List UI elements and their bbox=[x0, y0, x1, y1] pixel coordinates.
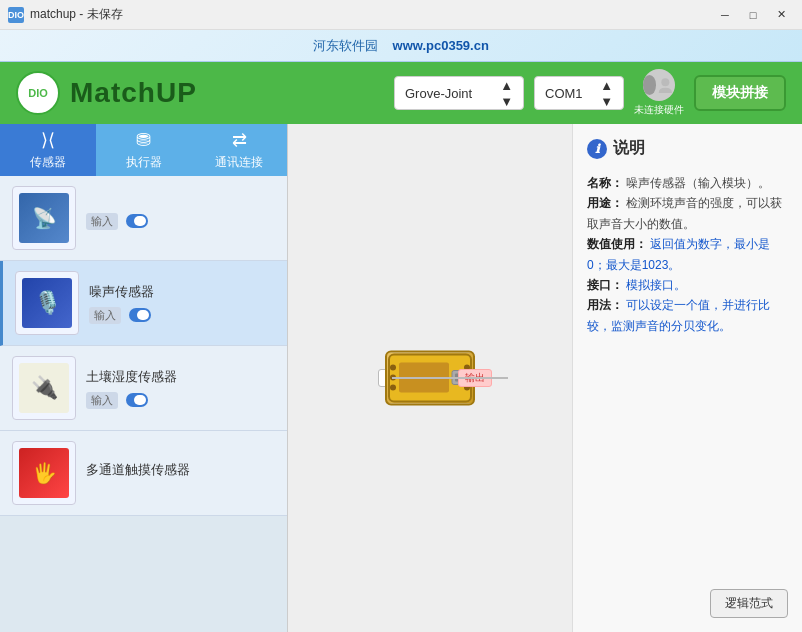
purpose-label: 用途： bbox=[587, 196, 623, 210]
device-arrows-icon: ▲▼ bbox=[500, 78, 513, 109]
watermark-text: 河东软件园 www.pc0359.cn bbox=[313, 37, 489, 55]
input-tag: 输入 bbox=[86, 213, 118, 230]
header-controls: Grove-Joint ▲▼ COM1 ▲▼ 未连接硬件 模块拼接 bbox=[394, 69, 786, 117]
component-thumb bbox=[12, 356, 76, 420]
connection-line-right bbox=[392, 377, 452, 379]
sensor-tab-icon: ⟩⟨ bbox=[41, 129, 55, 151]
watermark-site: www.pc0359.cn bbox=[393, 38, 489, 53]
list-item[interactable]: 噪声传感器 输入 bbox=[0, 261, 287, 346]
component-list: 输入 噪声传感器 输入 bbox=[0, 176, 287, 632]
component-name: 多通道触摸传感器 bbox=[86, 461, 275, 479]
com-dropdown[interactable]: COM1 ▲▼ bbox=[534, 76, 624, 110]
data-label: 数值使用： bbox=[587, 237, 647, 251]
info-icon: ℹ bbox=[587, 139, 607, 159]
left-panel: ⟩⟨ 传感器 ⛃ 执行器 ⇄ 通讯连接 输入 bbox=[0, 124, 288, 632]
component-thumb bbox=[12, 186, 76, 250]
name-label: 名称： bbox=[587, 176, 623, 190]
noise-thumb-image bbox=[22, 278, 72, 328]
component-meta: 输入 bbox=[89, 307, 275, 324]
component-info: 土壤湿度传感器 输入 bbox=[86, 368, 275, 409]
canvas-area[interactable]: 输入 bbox=[288, 124, 572, 632]
connect-avatar bbox=[643, 69, 675, 101]
list-item[interactable]: 多通道触摸传感器 bbox=[0, 431, 287, 516]
logic-button[interactable]: 逻辑范式 bbox=[710, 589, 788, 618]
svg-point-0 bbox=[662, 78, 670, 86]
prev-thumb-image bbox=[19, 193, 69, 243]
logo-text: MatchUP bbox=[70, 77, 197, 109]
com-value: COM1 bbox=[545, 86, 592, 101]
list-item[interactable]: 输入 bbox=[0, 176, 287, 261]
touch-thumb-image bbox=[19, 448, 69, 498]
title-bar: DIO matchup - 未保存 ─ □ ✕ bbox=[0, 0, 802, 30]
component-name: 噪声传感器 bbox=[89, 283, 275, 301]
name-value: 噪声传感器（输入模块）。 bbox=[626, 176, 770, 190]
actuator-tab-icon: ⛃ bbox=[136, 129, 151, 151]
info-title-area: ℹ 说明 bbox=[587, 138, 788, 159]
input-tag: 输入 bbox=[86, 392, 118, 409]
component-meta: 输入 bbox=[86, 392, 275, 409]
comm-tab-label: 通讯连接 bbox=[215, 154, 263, 171]
toggle-icon bbox=[126, 214, 148, 228]
minimize-button[interactable]: ─ bbox=[712, 4, 738, 26]
component-info: 输入 bbox=[86, 207, 275, 230]
component-thumb bbox=[15, 271, 79, 335]
svg-point-3 bbox=[390, 365, 396, 371]
port-value: 模拟接口。 bbox=[626, 278, 686, 292]
maximize-button[interactable]: □ bbox=[740, 4, 766, 26]
tab-actuator[interactable]: ⛃ 执行器 bbox=[96, 124, 192, 176]
toggle-icon bbox=[129, 308, 151, 322]
com-arrows-icon: ▲▼ bbox=[600, 78, 613, 109]
watermark-banner: 河东软件园 www.pc0359.cn bbox=[0, 30, 802, 62]
connect-status: 未连接硬件 bbox=[634, 69, 684, 117]
main-content: ⟩⟨ 传感器 ⛃ 执行器 ⇄ 通讯连接 输入 bbox=[0, 124, 802, 632]
logo-circle: DIO bbox=[16, 71, 60, 115]
svg-point-5 bbox=[390, 385, 396, 391]
title-bar-controls: ─ □ ✕ bbox=[712, 4, 794, 26]
title-text: matchup - 未保存 bbox=[30, 6, 123, 23]
app-icon: DIO bbox=[8, 7, 24, 23]
comm-tab-icon: ⇄ bbox=[232, 129, 247, 151]
soil-thumb-image bbox=[19, 363, 69, 413]
tab-sensor[interactable]: ⟩⟨ 传感器 bbox=[0, 124, 96, 176]
usage-label: 用法： bbox=[587, 298, 623, 312]
connect-label: 未连接硬件 bbox=[634, 103, 684, 117]
connect-button[interactable]: 模块拼接 bbox=[694, 75, 786, 111]
component-meta: 输入 bbox=[86, 213, 275, 230]
device-dropdown[interactable]: Grove-Joint ▲▼ bbox=[394, 76, 524, 110]
info-body: 名称： 噪声传感器（输入模块）。 用途： 检测环境声音的强度，可以获取声音大小的… bbox=[587, 173, 788, 579]
logo-match: Match bbox=[70, 77, 156, 108]
component-name: 土壤湿度传感器 bbox=[86, 368, 275, 386]
device-value: Grove-Joint bbox=[405, 86, 492, 101]
logo-area: DIO MatchUP bbox=[16, 71, 197, 115]
toggle-icon bbox=[126, 393, 148, 407]
watermark-org: 河东软件园 bbox=[313, 38, 378, 53]
component-info: 噪声传感器 输入 bbox=[89, 283, 275, 324]
logo-up: UP bbox=[156, 77, 197, 108]
list-item[interactable]: 土壤湿度传感器 输入 bbox=[0, 346, 287, 431]
component-info: 多通道触摸传感器 bbox=[86, 461, 275, 485]
actuator-tab-label: 执行器 bbox=[126, 154, 162, 171]
tab-communication[interactable]: ⇄ 通讯连接 bbox=[191, 124, 287, 176]
title-bar-left: DIO matchup - 未保存 bbox=[8, 6, 123, 23]
input-tag: 输入 bbox=[89, 307, 121, 324]
port-label: 接口： bbox=[587, 278, 623, 292]
tab-bar: ⟩⟨ 传感器 ⛃ 执行器 ⇄ 通讯连接 bbox=[0, 124, 287, 176]
info-section-title: 说明 bbox=[613, 138, 645, 159]
right-panel: ℹ 说明 名称： 噪声传感器（输入模块）。 用途： 检测环境声音的强度，可以获取… bbox=[572, 124, 802, 632]
app-header: DIO MatchUP Grove-Joint ▲▼ COM1 ▲▼ bbox=[0, 62, 802, 124]
sensor-tab-label: 传感器 bbox=[30, 154, 66, 171]
component-thumb bbox=[12, 441, 76, 505]
close-button[interactable]: ✕ bbox=[768, 4, 794, 26]
